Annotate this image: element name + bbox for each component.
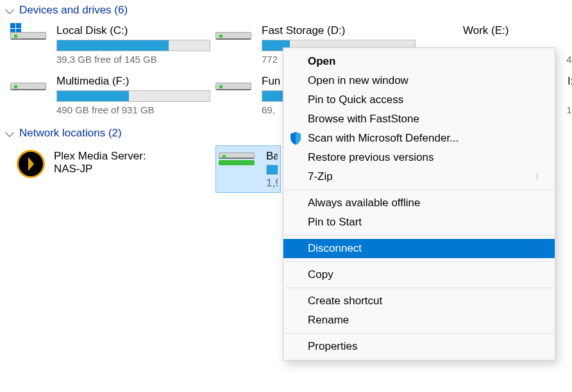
network-drive-icon bbox=[219, 149, 257, 165]
drive-name: Multimedia (F:) bbox=[56, 75, 210, 88]
net-item-line2: 1,9 bbox=[266, 177, 278, 190]
menu-always-available-offline[interactable]: Always available offline bbox=[283, 193, 555, 213]
drive-icon bbox=[10, 75, 49, 90]
drive-icon bbox=[10, 24, 49, 40]
menu-create-shortcut[interactable]: Create shortcut bbox=[283, 291, 555, 311]
shield-icon bbox=[290, 132, 301, 145]
drive-icon bbox=[215, 24, 254, 40]
menu-pin-start[interactable]: Pin to Start bbox=[283, 213, 555, 232]
context-menu: Open Open in new window Pin to Quick acc… bbox=[283, 47, 555, 361]
menu-7zip[interactable]: 7-Zip 〉 bbox=[283, 167, 555, 186]
network-section-label: Network locations (2) bbox=[19, 127, 122, 140]
drive-icon bbox=[215, 75, 254, 90]
net-item-line2: NAS-JP bbox=[54, 163, 146, 176]
menu-separator bbox=[285, 190, 553, 190]
network-backup-drive[interactable]: Bac 1,9 bbox=[216, 146, 280, 192]
devices-section-label: Devices and drives (6) bbox=[19, 4, 128, 17]
menu-separator bbox=[285, 288, 553, 288]
network-plex-server[interactable]: Plex Media Server: NAS-JP bbox=[14, 146, 210, 192]
menu-disconnect[interactable]: Disconnect bbox=[283, 239, 555, 258]
menu-rename[interactable]: Rename bbox=[283, 311, 555, 330]
drive-free-text: 490 GB free of 931 GB bbox=[56, 104, 210, 115]
menu-separator bbox=[285, 333, 553, 334]
net-item-line1: Bac bbox=[266, 150, 278, 163]
drive-name: Local Disk (C:) bbox=[56, 24, 210, 37]
menu-separator bbox=[285, 261, 553, 262]
menu-properties[interactable]: Properties bbox=[283, 337, 555, 356]
menu-browse-faststone[interactable]: Browse with FastStone bbox=[283, 110, 555, 129]
menu-open[interactable]: Open bbox=[283, 52, 555, 71]
menu-copy[interactable]: Copy bbox=[283, 265, 555, 284]
menu-separator bbox=[285, 235, 553, 236]
chevron-right-icon: 〉 bbox=[535, 171, 543, 183]
network-section-header[interactable]: Network locations (2) bbox=[0, 123, 130, 143]
drive-local-c[interactable]: Local Disk (C:) 39,3 GB free of 145 GB bbox=[8, 23, 213, 66]
usage-bar bbox=[56, 40, 210, 51]
devices-section-header[interactable]: Devices and drives (6) bbox=[0, 0, 135, 20]
drive-name: Fast Storage (D:) bbox=[262, 24, 416, 37]
drive-name: Work (E:) bbox=[463, 24, 572, 37]
drive-free-text: 39,3 GB free of 145 GB bbox=[56, 54, 210, 65]
menu-scan-defender[interactable]: Scan with Microsoft Defender... bbox=[283, 129, 555, 148]
chevron-down-icon bbox=[5, 128, 14, 137]
menu-restore-previous[interactable]: Restore previous versions bbox=[283, 148, 555, 167]
usage-bar bbox=[266, 165, 278, 175]
plex-icon bbox=[17, 150, 45, 178]
menu-open-new-window[interactable]: Open in new window bbox=[283, 71, 555, 90]
menu-pin-quick-access[interactable]: Pin to Quick access bbox=[283, 90, 555, 110]
drive-multimedia-f[interactable]: Multimedia (F:) 490 GB free of 931 GB bbox=[8, 74, 213, 117]
usage-bar bbox=[56, 90, 210, 102]
chevron-down-icon bbox=[5, 5, 14, 14]
net-item-line1: Plex Media Server: bbox=[54, 150, 146, 163]
